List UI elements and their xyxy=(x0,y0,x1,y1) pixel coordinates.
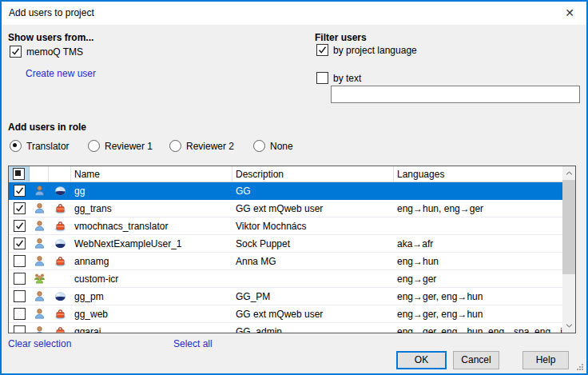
close-icon[interactable]: ✕ xyxy=(558,3,582,23)
header-description-column[interactable]: Description xyxy=(232,166,394,182)
user-description: GG xyxy=(232,186,394,197)
user-languages: aka→afr xyxy=(394,238,562,249)
user-row[interactable]: WebNextExampleUser_1 Sock Puppet aka→afr xyxy=(9,235,562,253)
header-typeicon-column[interactable] xyxy=(49,166,71,182)
user-description: GG_admin xyxy=(232,326,394,333)
user-name: gg xyxy=(71,186,232,197)
user-description: GG ext mQweb user xyxy=(232,309,394,320)
user-languages: eng→ger, eng→hun, eng→spa, eng→jpn xyxy=(394,326,562,333)
by-text-row: by text xyxy=(316,72,361,84)
user-description: GG_PM xyxy=(232,291,394,302)
user-description: Anna MG xyxy=(232,256,394,267)
toolbox-icon xyxy=(54,255,66,267)
resize-grip-icon[interactable] xyxy=(577,364,584,371)
user-name: gg_trans xyxy=(71,203,232,214)
user-description: GG ext mQweb user xyxy=(232,203,394,214)
web-user-icon xyxy=(54,185,66,197)
memoq-tms-checkbox[interactable] xyxy=(10,46,22,58)
filter-text-input[interactable] xyxy=(331,86,580,103)
reviewer2-radio[interactable] xyxy=(169,140,181,152)
user-languages: eng→ger, eng→hun xyxy=(394,291,562,302)
reviewer1-radio[interactable] xyxy=(88,140,100,152)
user-icon xyxy=(34,255,46,267)
by-text-label: by text xyxy=(333,73,361,84)
clear-selection-link[interactable]: Clear selection xyxy=(8,338,71,349)
toolbox-icon xyxy=(54,308,66,320)
table-header: Name Description Languages xyxy=(9,166,562,182)
row-checkbox[interactable] xyxy=(14,255,26,267)
select-all-checkbox[interactable] xyxy=(13,168,25,180)
user-row[interactable]: gg_web GG ext mQweb user eng→ger, eng→hu… xyxy=(9,305,562,323)
row-checkbox[interactable] xyxy=(14,237,26,249)
user-row[interactable]: custom-icr eng→ger xyxy=(9,270,562,288)
user-row[interactable]: ggarai GG_admin eng→ger, eng→hun, eng→sp… xyxy=(9,323,562,333)
row-checkbox[interactable] xyxy=(14,273,26,285)
header-name-column[interactable]: Name xyxy=(71,166,232,182)
user-name: gg_pm xyxy=(71,291,232,302)
user-icon xyxy=(34,220,46,232)
cancel-button[interactable]: Cancel xyxy=(453,351,499,369)
user-languages: eng→ger, eng→hun xyxy=(394,309,562,320)
user-rows: gg GG gg_trans GG ext mQweb user eng→hun… xyxy=(9,182,562,333)
row-checkbox[interactable] xyxy=(14,308,26,320)
translator-radio[interactable] xyxy=(10,140,22,152)
group-icon xyxy=(34,273,46,285)
row-checkbox[interactable] xyxy=(14,325,26,333)
by-project-language-label: by project language xyxy=(333,45,417,56)
title-bar: Add users to project ✕ xyxy=(2,2,586,25)
user-name: WebNextExampleUser_1 xyxy=(71,238,232,249)
by-text-checkbox[interactable] xyxy=(316,72,328,84)
add-users-in-role-heading: Add users in role xyxy=(8,122,86,133)
user-row[interactable]: vmochnacs_translator Viktor Mochnács xyxy=(9,217,562,235)
header-languages-column[interactable]: Languages xyxy=(394,166,562,182)
user-languages: eng→hun xyxy=(394,256,562,267)
scroll-up-icon[interactable] xyxy=(562,166,575,180)
by-project-language-checkbox[interactable] xyxy=(316,44,328,56)
user-icon xyxy=(34,237,46,249)
user-languages: eng→ger xyxy=(394,273,562,285)
web-user-icon xyxy=(54,237,66,249)
role-option-reviewer1[interactable]: Reviewer 1 xyxy=(88,140,153,152)
user-icon xyxy=(34,202,46,214)
user-name: annamg xyxy=(71,256,232,267)
user-icon xyxy=(34,185,46,197)
filter-users-heading: Filter users xyxy=(315,32,367,43)
user-row[interactable]: gg GG xyxy=(9,182,562,200)
user-row[interactable]: gg_trans GG ext mQweb user eng→hun, eng→… xyxy=(9,200,562,217)
user-description: Viktor Mochnács xyxy=(232,221,394,232)
toolbox-icon xyxy=(54,325,66,333)
vertical-scrollbar[interactable] xyxy=(562,166,575,333)
scroll-down-icon[interactable] xyxy=(562,319,575,333)
row-checkbox[interactable] xyxy=(14,202,26,214)
none-radio[interactable] xyxy=(253,140,265,152)
user-row[interactable]: gg_pm GG_PM eng→ger, eng→hun xyxy=(9,288,562,305)
header-usericon-column[interactable] xyxy=(30,166,49,182)
scrollbar-thumb[interactable] xyxy=(562,180,575,274)
dialog-title: Add users to project xyxy=(9,7,94,18)
reviewer2-label: Reviewer 2 xyxy=(186,141,234,152)
role-option-none[interactable]: None xyxy=(253,140,293,152)
row-checkbox[interactable] xyxy=(14,290,26,302)
user-name: vmochnacs_translator xyxy=(71,221,232,232)
ok-button[interactable]: OK xyxy=(396,351,447,369)
add-users-dialog: Add users to project ✕ Show users from..… xyxy=(0,0,588,375)
user-row[interactable]: annamg Anna MG eng→hun xyxy=(9,253,562,270)
by-project-language-row: by project language xyxy=(316,44,417,56)
memoq-tms-label: memoQ TMS xyxy=(26,46,83,58)
toolbox-icon xyxy=(54,202,66,214)
select-all-link[interactable]: Select all xyxy=(173,338,213,349)
row-checkbox[interactable] xyxy=(14,220,26,232)
role-option-translator[interactable]: Translator xyxy=(10,140,70,152)
create-new-user-link[interactable]: Create new user xyxy=(26,68,96,79)
row-checkbox[interactable] xyxy=(14,185,26,197)
user-name: custom-icr xyxy=(71,273,232,285)
web-user-icon xyxy=(54,290,66,302)
reviewer1-label: Reviewer 1 xyxy=(105,141,153,152)
role-option-reviewer2[interactable]: Reviewer 2 xyxy=(169,140,234,152)
help-button[interactable]: Help xyxy=(522,351,569,369)
user-languages: eng→hun, eng→ger xyxy=(394,203,562,214)
none-label: None xyxy=(270,141,293,152)
user-description: Sock Puppet xyxy=(232,238,394,249)
header-checkbox-cell xyxy=(9,166,30,182)
user-icon xyxy=(34,325,46,333)
